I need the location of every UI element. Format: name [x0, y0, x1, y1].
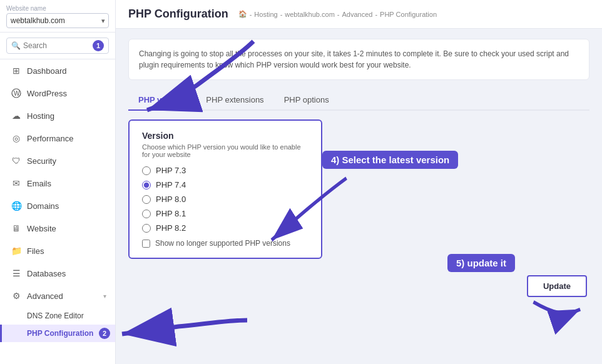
- website-name-label: Website name: [6, 5, 109, 12]
- files-icon: 📁: [11, 245, 22, 256]
- php-80-label: PHP 8.0: [156, 195, 186, 204]
- php-74-radio[interactable]: [142, 181, 151, 190]
- sidebar-item-advanced[interactable]: ⚙ Advanced ▾: [0, 285, 115, 307]
- sidebar: Website name webtalkhub.com 🔍 1 ⊞ Dashbo…: [0, 0, 116, 364]
- expand-icon: ▾: [103, 293, 106, 300]
- update-btn-container: Update: [128, 269, 589, 297]
- sidebar-item-files[interactable]: 📁 Files: [0, 240, 115, 262]
- php-82-radio[interactable]: [142, 224, 151, 233]
- php-73-option[interactable]: PHP 7.3: [142, 166, 309, 175]
- callout-badge-select-version: 4) Select the latest version: [322, 151, 458, 169]
- svg-text:W: W: [14, 90, 20, 97]
- sidebar-sub-php-configuration[interactable]: PHP Configuration 2: [0, 325, 115, 342]
- show-unsupported-checkbox-label[interactable]: Show no longer supported PHP versions: [142, 239, 309, 248]
- sidebar-item-emails[interactable]: ✉ Emails: [0, 172, 115, 195]
- show-unsupported-checkbox[interactable]: [142, 240, 150, 248]
- domains-icon: 🌐: [11, 200, 22, 211]
- search-icon: 🔍: [11, 41, 21, 50]
- sidebar-item-label: Advanced: [27, 291, 63, 301]
- php-74-option[interactable]: PHP 7.4: [142, 180, 309, 190]
- databases-icon: ☰: [11, 268, 22, 279]
- tabs-bar: PHP version PHP extensions PHP options: [128, 90, 589, 111]
- sidebar-item-label: WordPress: [27, 89, 67, 98]
- version-subtitle: Choose which PHP version you would like …: [142, 143, 309, 158]
- php-81-radio[interactable]: [142, 210, 151, 218]
- emails-icon: ✉: [11, 178, 22, 189]
- php-73-label: PHP 7.3: [156, 166, 186, 175]
- breadcrumb-domain: webtalkhub.com: [285, 11, 335, 18]
- tab-php-extensions[interactable]: PHP extensions: [196, 90, 273, 111]
- performance-icon: ◎: [11, 133, 22, 144]
- sidebar-item-label: Performance: [27, 134, 73, 143]
- nav-items: ⊞ Dashboard W WordPress ☁ Hosting ◎ Perf…: [0, 59, 115, 364]
- dns-zone-editor-label: DNS Zone Editor: [27, 311, 84, 320]
- php-80-option[interactable]: PHP 8.0: [142, 195, 309, 204]
- sidebar-item-label: Databases: [27, 269, 66, 278]
- wordpress-icon: W: [11, 88, 22, 99]
- website-icon: 🖥: [11, 223, 22, 234]
- php-74-label: PHP 7.4: [156, 180, 186, 190]
- breadcrumb-home-icon: 🏠: [238, 10, 247, 18]
- sidebar-item-domains[interactable]: 🌐 Domains: [0, 195, 115, 217]
- sidebar-item-security[interactable]: 🛡 Security: [0, 149, 115, 172]
- php-73-radio[interactable]: [142, 166, 151, 175]
- php-version-radio-group: PHP 7.3 PHP 7.4 PHP 8.0 PHP 8.1 PHP 8.2: [142, 166, 309, 233]
- website-name-select[interactable]: webtalkhub.com: [6, 13, 109, 28]
- big-arrow-2: [116, 289, 253, 351]
- num-badge-2: 2: [99, 328, 110, 339]
- info-box: Changing is going to stop all the proces…: [128, 39, 589, 80]
- breadcrumb-hosting: Hosting: [254, 11, 277, 18]
- num-badge-1: 1: [93, 40, 104, 51]
- version-box: Version Choose which PHP version you wou…: [128, 119, 322, 259]
- sidebar-item-label: Files: [27, 246, 44, 256]
- sidebar-item-wordpress[interactable]: W WordPress: [0, 82, 115, 104]
- sidebar-item-label: Hosting: [27, 111, 54, 121]
- dashboard-icon: ⊞: [11, 65, 22, 76]
- update-button[interactable]: Update: [527, 275, 587, 297]
- tab-php-version[interactable]: PHP version: [128, 90, 196, 111]
- security-icon: 🛡: [11, 155, 22, 166]
- sidebar-item-label: Website: [27, 224, 56, 233]
- breadcrumb-advanced: Advanced: [342, 11, 372, 18]
- page-header: PHP Configuration 🏠 - Hosting - webtalkh…: [116, 0, 602, 29]
- sidebar-item-label: Dashboard: [27, 66, 67, 76]
- php-configuration-label: PHP Configuration: [27, 329, 93, 338]
- hosting-icon: ☁: [11, 110, 22, 121]
- php-81-option[interactable]: PHP 8.1: [142, 209, 309, 218]
- breadcrumb: 🏠 - Hosting - webtalkhub.com - Advanced …: [238, 10, 437, 18]
- tab-php-options[interactable]: PHP options: [274, 90, 339, 111]
- sidebar-item-label: Security: [27, 156, 56, 166]
- sidebar-item-performance[interactable]: ◎ Performance: [0, 127, 115, 149]
- version-title: Version: [142, 131, 309, 141]
- sidebar-item-website[interactable]: 🖥 Website: [0, 217, 115, 240]
- show-unsupported-label: Show no longer supported PHP versions: [155, 239, 290, 248]
- advanced-icon: ⚙: [11, 290, 22, 301]
- sidebar-item-dashboard[interactable]: ⊞ Dashboard: [0, 59, 115, 82]
- page-title: PHP Configuration: [128, 8, 228, 21]
- php-82-option[interactable]: PHP 8.2: [142, 223, 309, 233]
- info-text: Changing is going to stop all the proces…: [139, 49, 569, 69]
- php-81-label: PHP 8.1: [156, 209, 186, 218]
- search-box-container: 🔍 1: [0, 33, 115, 59]
- website-name-box: Website name webtalkhub.com: [0, 0, 115, 33]
- sidebar-item-hosting[interactable]: ☁ Hosting: [0, 104, 115, 127]
- sidebar-item-databases[interactable]: ☰ Databases: [0, 262, 115, 285]
- page-body: Changing is going to stop all the proces…: [116, 29, 602, 364]
- sidebar-sub-dns-zone-editor[interactable]: DNS Zone Editor: [0, 307, 115, 325]
- php-82-label: PHP 8.2: [156, 223, 186, 233]
- breadcrumb-php-config: PHP Configuration: [380, 11, 437, 18]
- sidebar-item-label: Emails: [27, 179, 51, 188]
- sidebar-item-label: Domains: [27, 201, 59, 211]
- main-content: PHP Configuration 🏠 - Hosting - webtalkh…: [116, 0, 602, 364]
- php-80-radio[interactable]: [142, 195, 151, 204]
